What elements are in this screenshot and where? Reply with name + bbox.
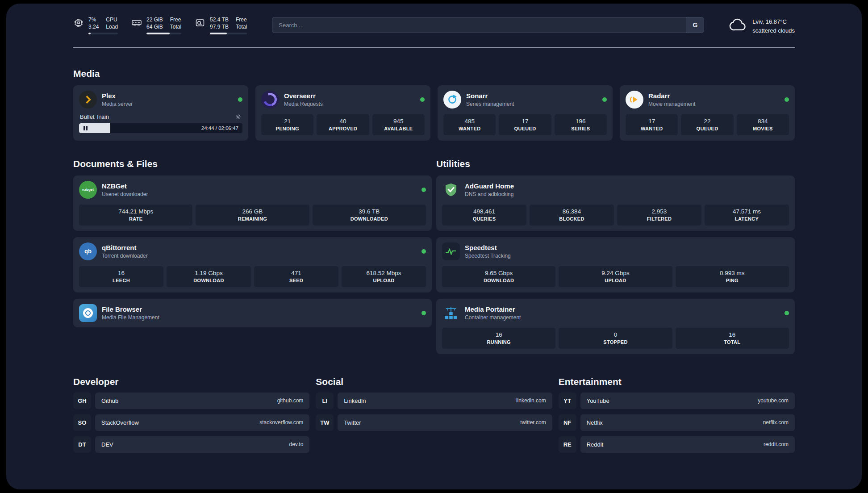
stat-tile: 39.6 TB DOWNLOADED	[313, 205, 426, 226]
app-card-header: Speedtest Speedtest Tracking	[442, 242, 789, 260]
stat-tile: 16 RUNNING	[442, 328, 555, 349]
stat-tile: 1.19 Gbps DOWNLOAD	[167, 266, 251, 287]
youtube-icon: YT	[559, 393, 576, 409]
adguard-icon	[442, 181, 460, 199]
search-input[interactable]	[272, 17, 704, 33]
app-card-header: qb qBittorrent Torrent downloader	[79, 242, 426, 260]
app-name: NZBGet	[102, 182, 148, 190]
disk-free-label: Free	[236, 16, 247, 23]
status-dot	[421, 188, 426, 192]
stat-label: DOWNLOAD	[168, 278, 249, 283]
stat-label: QUEUED	[683, 126, 731, 131]
app-card-sonarr[interactable]: Sonarr Series management 485 WANTED 17 Q…	[438, 85, 613, 141]
bookmark-netflix[interactable]: NF Netflix netflix.com	[559, 414, 795, 431]
app-card-portainer[interactable]: Media Portainer Container management 16 …	[436, 299, 795, 354]
app-subtitle: Container management	[465, 314, 521, 321]
bookmark-reddit[interactable]: RE Reddit reddit.com	[559, 436, 795, 453]
cpu-widget: 7% 3.24 CPU Load	[73, 16, 118, 34]
weather-cloud-icon	[729, 16, 747, 37]
search-bar: G	[272, 17, 704, 33]
stat-label: LEECH	[81, 278, 162, 283]
stat-label: REMAINING	[197, 216, 307, 221]
weather-widget: Lviv, 16.87°C scattered clouds	[729, 16, 795, 37]
app-card-radarr[interactable]: Radarr Movie management 17 WANTED 22 QUE…	[620, 85, 795, 141]
bookmark-stackoverflow[interactable]: SO StackOverflow stackoverflow.com	[73, 414, 309, 431]
bookmark-name: StackOverflow	[101, 419, 139, 426]
bookmark-pill: Twitter twitter.com	[338, 414, 552, 431]
stat-value: 16	[81, 270, 162, 276]
app-card-adguard[interactable]: AdGuard Home DNS and adblocking 498,461 …	[436, 175, 795, 231]
status-dot	[785, 311, 789, 315]
section-title-developer: Developer	[73, 376, 309, 387]
stat-label: PING	[677, 278, 787, 283]
stat-value: 1.19 Gbps	[168, 270, 249, 276]
status-dot	[238, 97, 242, 102]
section-title-entertainment: Entertainment	[559, 376, 795, 387]
stat-label: APPROVED	[318, 126, 367, 131]
app-card-overseerr[interactable]: Overseerr Media Requests 21 PENDING 40 A…	[255, 85, 430, 141]
app-card-speedtest[interactable]: Speedtest Speedtest Tracking 9.65 Gbps D…	[436, 237, 795, 292]
app-name: AdGuard Home	[465, 182, 514, 190]
app-card-header: Sonarr Series management	[443, 91, 607, 109]
app-name: Media Portainer	[465, 305, 521, 313]
app-stats: 498,461 QUERIES 86,384 BLOCKED 2,953 FIL…	[442, 205, 789, 226]
app-titles: Sonarr Series management	[466, 92, 514, 107]
section-utilities: Utilities AdGuard Home DNS and adblockin…	[436, 159, 795, 354]
stat-tile: 0.993 ms PING	[676, 266, 789, 287]
stat-tile: 945 AVAILABLE	[372, 114, 425, 135]
bookmark-github[interactable]: GH Github github.com	[73, 393, 309, 409]
weather-condition: scattered clouds	[752, 26, 795, 35]
app-card-plex[interactable]: Plex Media server Bullet Train	[73, 85, 248, 141]
ram-widget: 22 GiB 64 GiB Free Total	[131, 16, 181, 34]
bookmark-twitter[interactable]: TW Twitter twitter.com	[316, 414, 552, 431]
bookmark-youtube[interactable]: YT YouTube youtube.com	[559, 393, 795, 409]
stat-value: 834	[739, 118, 787, 125]
app-card-header: Overseerr Media Requests	[261, 91, 425, 109]
stat-value: 9.65 Gbps	[444, 270, 554, 276]
weather-location: Lviv, 16.87°C	[752, 17, 795, 26]
cpu-usage-bar	[88, 33, 118, 34]
search-engine-button[interactable]: G	[686, 17, 704, 33]
bookmark-name: Github	[101, 397, 118, 404]
section-title-documents: Documents & Files	[73, 159, 432, 169]
stat-value: 266 GB	[197, 208, 307, 215]
settings-gear-icon[interactable]	[235, 113, 242, 120]
ram-usage-fill	[146, 33, 170, 34]
stat-label: DOWNLOADED	[314, 216, 424, 221]
stat-tile: 471 SEED	[254, 266, 338, 287]
app-name: Speedtest	[465, 244, 511, 252]
status-dot	[421, 311, 426, 315]
stat-tile: 16 TOTAL	[676, 328, 789, 349]
section-social: Social LI LinkedIn linkedin.com TW Twitt…	[316, 376, 552, 431]
bookmark-linkedin[interactable]: LI LinkedIn linkedin.com	[316, 393, 552, 409]
weather-text: Lviv, 16.87°C scattered clouds	[752, 17, 795, 35]
dev-icon: DT	[73, 436, 91, 453]
app-subtitle: Speedtest Tracking	[465, 253, 511, 259]
radarr-icon	[626, 91, 643, 109]
filebrowser-icon	[79, 304, 97, 322]
bookmark-url: linkedin.com	[516, 397, 546, 404]
stat-value: 17	[501, 118, 549, 125]
section-title-media: Media	[73, 68, 795, 79]
app-card-nzbget[interactable]: nzbget NZBGet Usenet downloader 744.21 M…	[73, 175, 432, 231]
bookmark-name: Reddit	[587, 441, 604, 448]
stat-value: 16	[444, 331, 554, 338]
app-card-filebrowser[interactable]: File Browser Media File Management	[73, 299, 432, 327]
dashboard-content: 7% 3.24 CPU Load	[6, 4, 862, 471]
app-subtitle: Series management	[466, 101, 514, 107]
cpu-icon	[73, 16, 84, 30]
stat-tile: 9.65 Gbps DOWNLOAD	[442, 266, 555, 287]
playback-progress-bar[interactable]: 24:44 / 02:06:47	[79, 123, 242, 133]
pause-icon[interactable]	[83, 126, 88, 130]
stat-tile: 86,384 BLOCKED	[530, 205, 614, 226]
app-card-qbittorrent[interactable]: qb qBittorrent Torrent downloader 16 LEE…	[73, 237, 432, 292]
stat-tile: 0 STOPPED	[559, 328, 672, 349]
app-card-header: Radarr Movie management	[626, 91, 789, 109]
bookmark-pill: StackOverflow stackoverflow.com	[95, 414, 309, 431]
stat-value: 196	[556, 118, 605, 125]
bookmark-dev[interactable]: DT DEV dev.to	[73, 436, 309, 453]
header-divider	[73, 47, 795, 48]
cpu-load-label: Load	[106, 23, 118, 30]
bookmark-url: reddit.com	[764, 441, 789, 447]
dashboard-root: 7% 3.24 CPU Load	[0, 0, 868, 493]
